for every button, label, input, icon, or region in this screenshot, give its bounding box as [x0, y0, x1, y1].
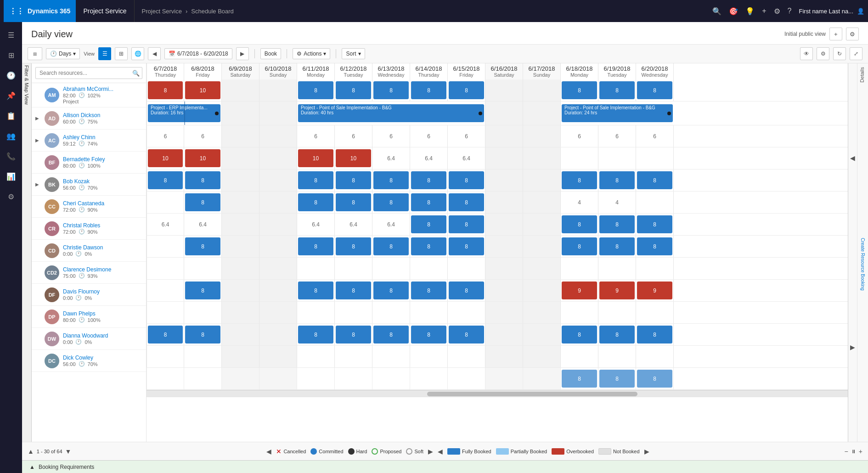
cell-df-3[interactable]: [259, 302, 297, 323]
cell-bf-6[interactable]: 8: [372, 169, 410, 191]
cell-cr-1[interactable]: 8: [184, 236, 222, 257]
cell-bf-5[interactable]: 8: [335, 169, 372, 191]
collapse-btn-top[interactable]: ◀: [848, 63, 857, 253]
chevron-up-icon[interactable]: ▲: [29, 464, 35, 470]
cell-cr-8[interactable]: 8: [448, 236, 485, 257]
cell-cd-10[interactable]: [523, 258, 561, 279]
sidebar-activities[interactable]: 📋: [2, 107, 20, 125]
target-icon[interactable]: 🎯: [729, 7, 738, 16]
cell-bk-3[interactable]: [259, 191, 297, 213]
cell-bk-0[interactable]: [147, 191, 184, 213]
cell-ac-7[interactable]: 6.4: [410, 147, 448, 169]
prev-btn[interactable]: ◀: [148, 47, 161, 60]
cell-cc-0[interactable]: 6.4: [147, 214, 184, 235]
cell-cd-5[interactable]: [335, 258, 372, 279]
cell-cld-10[interactable]: [523, 280, 561, 301]
cell-ac-13[interactable]: [636, 147, 674, 169]
user-menu[interactable]: First name Last na... 👤: [799, 8, 865, 15]
cell-df-9[interactable]: [485, 302, 523, 323]
pager-collapse-btn[interactable]: ▲: [28, 448, 34, 455]
breadcrumb-item-1[interactable]: Project Service: [142, 8, 182, 15]
cell-df-7[interactable]: [410, 302, 448, 323]
cell-cld-11[interactable]: 9: [561, 280, 598, 301]
next-btn[interactable]: ▶: [236, 47, 249, 60]
cell-dp-7[interactable]: 8: [410, 324, 448, 345]
cell-cc-1[interactable]: 6.4: [184, 214, 222, 235]
cell-dw-3[interactable]: [259, 346, 297, 367]
cell-bf-11[interactable]: 8: [561, 169, 598, 191]
add-icon[interactable]: +: [762, 7, 766, 15]
cell-cd-0[interactable]: [147, 258, 184, 279]
cell-bk-4[interactable]: 8: [297, 191, 335, 213]
lightbulb-icon[interactable]: 💡: [745, 7, 755, 16]
cell-cr-11[interactable]: 8: [561, 236, 598, 257]
sidebar-settings[interactable]: ⚙: [2, 187, 20, 206]
cell-bk-7[interactable]: 8: [410, 191, 448, 213]
cell-bk-13[interactable]: [636, 191, 674, 213]
board-settings-btn[interactable]: ⚙: [846, 28, 859, 40]
cell-df-1[interactable]: [184, 302, 222, 323]
book-btn[interactable]: Book: [260, 48, 281, 59]
zoom-out-btn[interactable]: −: [845, 448, 848, 455]
expand-icon[interactable]: ▶: [35, 182, 41, 187]
cell-cld-3[interactable]: [259, 280, 297, 301]
cell-am-7[interactable]: 8: [410, 79, 448, 101]
actions-btn[interactable]: ⚙ Actions ▾: [293, 48, 330, 59]
cell-ac-1[interactable]: 10: [184, 147, 222, 169]
cell-bf-13[interactable]: 8: [636, 169, 674, 191]
cell-bk-9[interactable]: [485, 191, 523, 213]
cell-am-9[interactable]: [485, 79, 523, 101]
cell-cld-9[interactable]: [485, 280, 523, 301]
map-view-btn[interactable]: 🌐: [131, 47, 144, 60]
cell-am-10[interactable]: [523, 79, 561, 101]
cell-cr-7[interactable]: 8: [410, 236, 448, 257]
cell-dc-10[interactable]: [523, 368, 561, 389]
cell-bf-12[interactable]: 8: [598, 169, 636, 191]
sidebar-recent[interactable]: 🕐: [2, 66, 20, 84]
cell-df-13[interactable]: [636, 302, 674, 323]
sidebar-home[interactable]: ⊞: [2, 46, 20, 64]
cell-dc-11[interactable]: 8: [561, 368, 598, 389]
cell-cd-7[interactable]: [410, 258, 448, 279]
cell-df-5[interactable]: [335, 302, 372, 323]
cell-ac-4[interactable]: 10: [297, 147, 335, 169]
cell-dp-13[interactable]: 8: [636, 324, 674, 345]
sidebar-phone[interactable]: 📞: [2, 147, 20, 165]
cell-am-8[interactable]: 8: [448, 79, 485, 101]
cell-cr-5[interactable]: 8: [335, 236, 372, 257]
cell-cc-7[interactable]: 8: [410, 214, 448, 235]
nav-app[interactable]: Project Service: [76, 0, 134, 22]
cell-bk-5[interactable]: 8: [335, 191, 372, 213]
cell-dc-8[interactable]: [448, 368, 485, 389]
legend-next-btn[interactable]: ▶: [428, 448, 433, 455]
cell-dw-4[interactable]: [297, 346, 335, 367]
resource-item-clarence[interactable]: CD2 Clarence Desimone 75:00🕐93%: [32, 262, 146, 284]
resource-item-dawn[interactable]: DP Dawn Phelps 80:00🕐100%: [32, 306, 146, 328]
cell-df-10[interactable]: [523, 302, 561, 323]
cell-dc-1[interactable]: [184, 368, 222, 389]
add-view-btn[interactable]: +: [829, 28, 842, 40]
project-pos1-bar[interactable]: Project - Point of Sale Implementation -…: [298, 104, 484, 122]
cell-bf-4[interactable]: 8: [297, 169, 335, 191]
cell-cc-8[interactable]: 8: [448, 214, 485, 235]
legend-next2-btn[interactable]: ▶: [644, 448, 649, 455]
filter-map-view-label[interactable]: Filter & Map View: [22, 63, 32, 442]
cell-cld-12[interactable]: 9: [598, 280, 636, 301]
cell-dp-6[interactable]: 8: [372, 324, 410, 345]
legend-prev-btn[interactable]: ◀: [266, 448, 271, 455]
cell-bk-10[interactable]: [523, 191, 561, 213]
cell-dc-4[interactable]: [297, 368, 335, 389]
cell-bf-10[interactable]: [523, 169, 561, 191]
cell-bk-2[interactable]: [222, 191, 259, 213]
cell-ac-8[interactable]: 6.4: [448, 147, 485, 169]
cell-am-3[interactable]: [259, 79, 297, 101]
cell-bf-9[interactable]: [485, 169, 523, 191]
cell-cr-0[interactable]: [147, 236, 184, 257]
cell-ad-8[interactable]: 6: [448, 125, 485, 147]
cell-bk-12[interactable]: 4: [598, 191, 636, 213]
cell-cld-13[interactable]: 9: [636, 280, 674, 301]
cell-dw-0[interactable]: [147, 346, 184, 367]
pager-expand-btn[interactable]: ▼: [65, 448, 72, 455]
cell-am-5[interactable]: 8: [335, 79, 372, 101]
cell-cd-11[interactable]: [561, 258, 598, 279]
